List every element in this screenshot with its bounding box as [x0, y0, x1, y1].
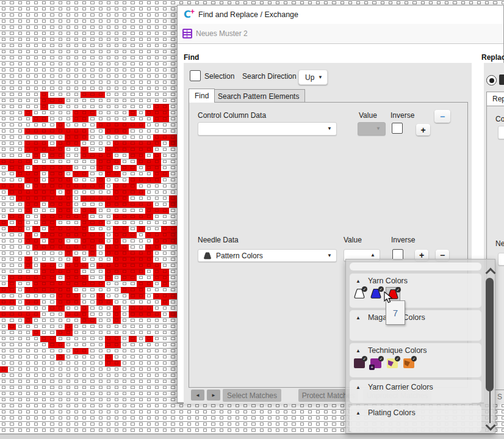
- value-label: Value: [359, 111, 377, 120]
- pattern-name: Neues Muster 2: [196, 29, 248, 38]
- popup-sections: ▲Yarn Colors✓✓✓▲Magazine Colors▲Techniqu…: [350, 274, 481, 435]
- next-match-button[interactable]: ►: [207, 390, 220, 401]
- selection-label: Selection: [204, 72, 234, 81]
- chevron-down-icon: ▼: [327, 126, 332, 131]
- replace-mode-radio[interactable]: [486, 75, 497, 85]
- app-logo-icon: C+: [184, 9, 197, 21]
- chevron-down-icon: ▼: [376, 126, 381, 131]
- technique-color-1[interactable]: ✓: [353, 357, 366, 370]
- section-header[interactable]: ▲Yarn Colors: [350, 276, 408, 286]
- replace-heading: Replace: [481, 53, 504, 62]
- scrollbar-thumb[interactable]: [486, 278, 494, 391]
- search-direction-label: Search Direction: [242, 72, 297, 81]
- tab-replace[interactable]: Replace: [486, 92, 504, 106]
- chevron-down-icon: ▼: [327, 253, 332, 258]
- select-matches-button[interactable]: Select Matches: [223, 389, 281, 402]
- dialog-title: Find and Replace / Exchange: [198, 10, 298, 19]
- section-label: Plating Colors: [368, 408, 416, 417]
- collapse-arrow-icon[interactable]: ▲: [356, 315, 361, 321]
- popup-section: ▲Plating Colors: [350, 405, 481, 432]
- pattern-grid-icon: [182, 29, 192, 38]
- yarn-color-blue[interactable]: ✓: [369, 287, 383, 300]
- popup-section: ▲Yarn Colors✓✓✓: [350, 274, 481, 308]
- remove-criterion-button[interactable]: −: [434, 110, 450, 123]
- needle-data-label: Needle Data: [198, 236, 239, 244]
- section-header[interactable]: ▲Plating Colors: [350, 408, 416, 418]
- control-column-data-label: Control Column Data: [198, 111, 266, 120]
- section-header[interactable]: ▲Technique Colors: [350, 346, 427, 355]
- check-badge-icon: ✓: [395, 356, 400, 361]
- replace-needle-data-label: Needle Data: [495, 239, 504, 248]
- replace-control-column-dropdown[interactable]: [498, 126, 504, 139]
- section-label: Technique Colors: [368, 346, 427, 355]
- chevron-up-icon: ▲: [370, 252, 375, 258]
- chevron-down-icon: ▼: [318, 74, 323, 80]
- popup-section: ▲Magazine Colors: [350, 310, 481, 341]
- selection-checkbox[interactable]: [190, 70, 201, 81]
- inverse-checkbox[interactable]: [392, 123, 403, 134]
- replace-control-column-label: Control Column Data: [495, 115, 504, 123]
- check-badge-icon: ✓: [362, 286, 367, 292]
- yarn-cone-icon: [203, 252, 212, 260]
- section-label: Yarn Colors: [368, 277, 408, 285]
- direction-value: Up: [305, 73, 314, 82]
- swatch-row: ✓✓✓✓: [353, 357, 416, 370]
- pattern-colors-popup: ▲Yarn Colors✓✓✓▲Magazine Colors▲Techniqu…: [345, 259, 495, 434]
- section-header[interactable]: ▲Yarn Carrier Colors: [350, 382, 433, 392]
- popup-section: ▲Yarn Carrier Colors: [350, 380, 481, 403]
- pattern-document-row[interactable]: Neues Muster 2: [178, 24, 503, 44]
- value-dropdown-disabled: ▼: [358, 122, 386, 136]
- replace-bottom-button-fragment: S: [497, 393, 502, 401]
- technique-color-4[interactable]: ✓: [402, 357, 416, 370]
- tab-search-pattern-elements[interactable]: Search Pattern Elements: [212, 89, 305, 103]
- inverse-label: Inverse: [391, 111, 414, 120]
- check-badge-icon: ✓: [378, 286, 384, 292]
- inverse-label-2: Inverse: [391, 236, 415, 244]
- find-heading: Find: [184, 53, 199, 62]
- collapse-arrow-icon[interactable]: ▲: [356, 278, 361, 284]
- control-column-data-dropdown[interactable]: ▼: [198, 122, 337, 136]
- technique-color-3[interactable]: ✓: [386, 357, 399, 370]
- needle-data-dropdown[interactable]: Pattern Colors ▼: [198, 249, 337, 262]
- collapse-arrow-icon[interactable]: ▲: [356, 385, 361, 390]
- scroll-down-icon[interactable]: [486, 421, 496, 431]
- replace-needle-data-dropdown[interactable]: [498, 253, 504, 266]
- collapse-arrow-icon[interactable]: ▲: [356, 348, 361, 354]
- check-badge-icon: ✓: [362, 356, 367, 361]
- dialog-titlebar[interactable]: C+ Find and Replace / Exchange: [178, 5, 503, 24]
- needle-data-value: Pattern Colors: [216, 252, 263, 260]
- popup-section: ▲Technique Colors✓✓✓✓: [350, 343, 481, 377]
- technique-color-2[interactable]: ✓: [369, 357, 383, 370]
- scrollbar-stem: [489, 390, 491, 423]
- popup-header-bar: [350, 263, 481, 270]
- bottom-bar: [0, 434, 504, 439]
- replace-mode-icon: [499, 74, 504, 85]
- tooltip-value: 7: [393, 308, 398, 318]
- previous-match-button[interactable]: ◄: [191, 390, 204, 401]
- check-badge-icon: ✓: [395, 287, 401, 292]
- collapse-arrow-icon[interactable]: ▲: [356, 410, 361, 416]
- check-badge-icon: ✓: [411, 356, 417, 361]
- mouse-cursor: [384, 291, 394, 307]
- application-canvas: C+ Find and Replace / Exchange Neues Mus…: [0, 0, 504, 439]
- yarn-color-white[interactable]: ✓: [353, 287, 366, 300]
- search-direction-dropdown[interactable]: Up ▼: [298, 70, 328, 85]
- add-criterion-button[interactable]: +: [416, 124, 430, 136]
- scroll-up-icon[interactable]: [486, 268, 496, 278]
- check-badge-icon: ✓: [378, 356, 384, 361]
- tab-find[interactable]: Find: [189, 89, 215, 103]
- value-label-2: Value: [344, 236, 362, 244]
- section-label: Yarn Carrier Colors: [368, 383, 433, 391]
